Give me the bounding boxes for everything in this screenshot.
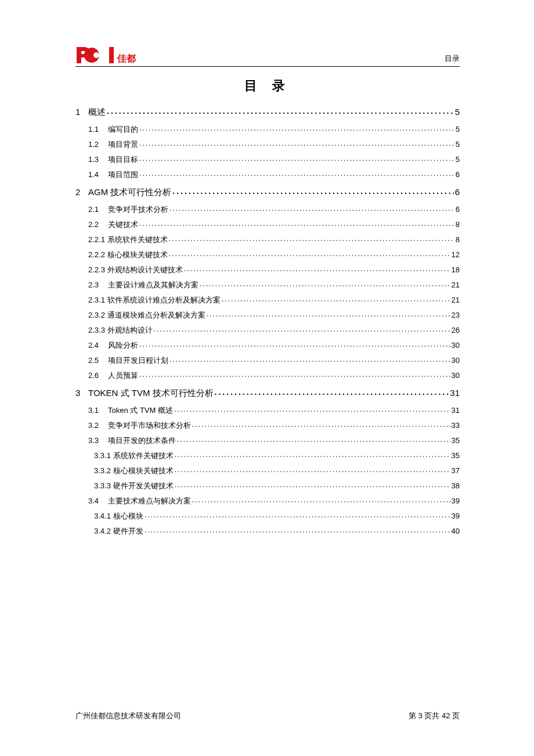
toc-text: 竞争对手市场和技术分析 — [108, 422, 191, 429]
page-header: 佳都 目录 — [75, 45, 460, 67]
toc-page: 38 — [452, 482, 460, 489]
toc-number: 3.1 — [88, 406, 108, 414]
toc-number: 3.3.1 — [94, 452, 111, 459]
toc-text: 核心模块关键技术 — [107, 251, 168, 258]
dot-leader — [174, 405, 450, 413]
toc-text: 核心模块关键技术 — [113, 467, 174, 474]
dot-leader — [215, 387, 449, 396]
dot-leader — [169, 204, 454, 212]
document-page: 佳都 目录 目 录 1概述51.1编写目的51.2项目背景51.3项目目标51.… — [0, 0, 534, 535]
toc-text: 风险分析 — [108, 341, 138, 349]
toc-entry: 1.4项目范围6 — [75, 170, 460, 178]
toc-number: 2.2.1 — [88, 236, 105, 243]
dot-leader — [184, 265, 450, 272]
toc-page: 39 — [452, 512, 460, 520]
company-logo: 佳都 — [75, 45, 145, 65]
toc-text: 主要技术难点与解决方案 — [108, 497, 191, 505]
toc-page: 39 — [452, 497, 460, 505]
toc-page: 12 — [452, 251, 460, 258]
toc-page: 6 — [456, 171, 460, 178]
toc-number: 2.6 — [88, 372, 108, 379]
toc-page: 35 — [452, 437, 460, 444]
toc-number: 2.3.3 — [88, 326, 105, 334]
toc-number: 2.5 — [88, 357, 108, 364]
dot-leader — [154, 325, 450, 333]
toc-entry: 1.2项目背景5 — [75, 139, 460, 148]
toc-page: 31 — [452, 406, 460, 414]
toc-page: 33 — [452, 422, 460, 429]
page-title: 目 录 — [75, 77, 460, 95]
toc-entry: 3.3项目开发的技术条件35 — [75, 435, 460, 444]
header-section-label: 目录 — [445, 53, 460, 65]
toc-entry: 3.4主要技术难点与解决方案39 — [75, 496, 460, 505]
toc-text: 项目范围 — [108, 171, 138, 178]
toc-page: 40 — [452, 527, 460, 535]
toc-text: 竞争对手技术分析 — [108, 206, 168, 213]
toc-text: 外观结构设计关键技术 — [107, 266, 183, 273]
dot-leader — [177, 435, 450, 443]
toc-page: 26 — [452, 326, 460, 334]
toc-number: 1.2 — [88, 141, 108, 148]
toc-text: 硬件开发关键技术 — [113, 482, 174, 489]
toc-page: 31 — [450, 388, 460, 397]
toc-number: 3.4.2 — [94, 527, 111, 535]
toc-entry: 2.3.3外观结构设计26 — [75, 325, 460, 334]
toc-text: 项目开发的技术条件 — [108, 437, 176, 444]
toc-page: 5 — [455, 107, 460, 116]
toc-number: 2.1 — [88, 206, 108, 213]
toc-number: 3.4 — [88, 497, 108, 505]
toc-text: 通道模块难点分析及解决方案 — [107, 311, 205, 319]
toc-number: 3.2 — [88, 422, 108, 429]
toc-entry: 3.3.1系统软件关键技术35 — [75, 451, 460, 459]
toc-page: 8 — [456, 236, 460, 243]
dot-leader — [169, 355, 450, 363]
toc-page: 30 — [452, 372, 460, 379]
toc-entry: 2.2.3外观结构设计关键技术18 — [75, 265, 460, 273]
toc-text: 核心模块 — [113, 512, 143, 520]
toc-page: 23 — [452, 311, 460, 319]
svg-rect-1 — [109, 47, 114, 63]
toc-text: 系统软件关键技术 — [107, 236, 168, 243]
dot-leader — [192, 420, 450, 428]
toc-text: 软件系统设计难点分析及解决方案 — [107, 296, 221, 304]
toc-number: 2.2.2 — [88, 251, 105, 258]
toc-number: 2.3.1 — [88, 296, 105, 304]
dot-leader — [200, 280, 450, 287]
toc-number: 3.3.2 — [94, 467, 111, 474]
toc-text: 硬件开发 — [113, 527, 143, 535]
dot-leader — [145, 526, 450, 534]
toc-number: 1 — [75, 107, 88, 116]
dot-leader — [145, 511, 450, 519]
toc-number: 3 — [75, 388, 88, 397]
toc-page: 30 — [452, 357, 460, 364]
toc-entry: 2AGM 技术可行性分析6 — [75, 186, 460, 196]
toc-text: 主要设计难点及其解决方案 — [108, 281, 199, 289]
toc-number: 2.2 — [88, 221, 108, 228]
toc-text: 概述 — [88, 107, 106, 116]
toc-page: 8 — [456, 221, 460, 228]
toc-text: 编写目的 — [108, 125, 138, 133]
dot-leader — [139, 370, 450, 378]
toc-entry: 2.3主要设计难点及其解决方案21 — [75, 280, 460, 289]
footer-company: 广州佳都信息技术研发有限公司 — [75, 711, 181, 721]
toc-text: TOKEN 式 TVM 技术可行性分析 — [88, 388, 214, 397]
dot-leader — [139, 154, 454, 162]
toc-text: 系统软件关键技术 — [113, 452, 174, 459]
toc-entry: 2.3.2通道模块难点分析及解决方案23 — [75, 310, 460, 319]
toc-entry: 2.5项目开发日程计划30 — [75, 355, 460, 364]
footer-page-info: 第 3 页共 42 页 — [409, 711, 460, 721]
toc-text: 外观结构设计 — [107, 326, 153, 334]
toc-number: 2.3.2 — [88, 311, 105, 319]
toc-number: 1.4 — [88, 171, 108, 178]
dot-leader — [107, 106, 454, 115]
toc-page: 6 — [456, 206, 460, 213]
dot-leader — [172, 186, 453, 195]
dot-leader — [175, 466, 450, 473]
toc-entry: 3.2竞争对手市场和技术分析33 — [75, 420, 460, 429]
toc-entry: 2.2关键技术8 — [75, 219, 460, 228]
toc-text: 项目目标 — [108, 156, 138, 163]
toc-page: 21 — [452, 296, 460, 304]
toc-text: 关键技术 — [108, 221, 138, 228]
dot-leader — [175, 451, 450, 458]
toc-number: 2.4 — [88, 341, 108, 349]
